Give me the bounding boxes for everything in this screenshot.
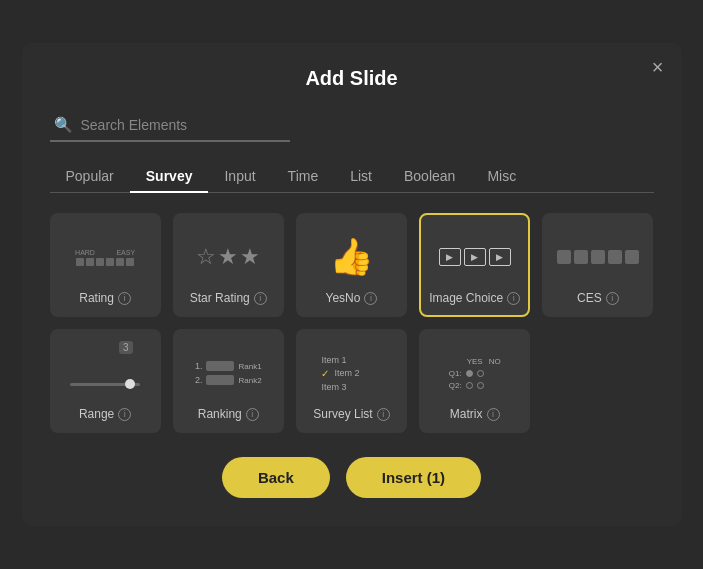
card-ces[interactable]: CES i bbox=[542, 213, 653, 317]
card-ranking[interactable]: 1. Rank1 2. Rank2 Ranking i bbox=[173, 329, 284, 433]
matrix-info-icon[interactable]: i bbox=[487, 408, 500, 421]
close-button[interactable]: × bbox=[652, 57, 664, 77]
card-star-rating[interactable]: ☆ ★ ★ Star Rating i bbox=[173, 213, 284, 317]
ranking-info-icon[interactable]: i bbox=[246, 408, 259, 421]
tabs-bar: Popular Survey Input Time List Boolean M… bbox=[50, 160, 654, 193]
range-icon: 3 bbox=[70, 347, 140, 399]
card-rating[interactable]: HARDEASY Rating i bbox=[50, 213, 161, 317]
modal-overlay: Add Slide × 🔍 Popular Survey Input Time … bbox=[0, 0, 703, 569]
image-choice-info-icon[interactable]: i bbox=[507, 292, 520, 305]
image-choice-label: Image Choice i bbox=[429, 291, 520, 305]
yesno-icon: 👍 bbox=[329, 231, 374, 283]
survey-list-info-icon[interactable]: i bbox=[377, 408, 390, 421]
card-survey-list[interactable]: Item 1 ✓Item 2 Item 3 Survey List i bbox=[296, 329, 407, 433]
yesno-label: YesNo i bbox=[326, 291, 378, 305]
rating-info-icon[interactable]: i bbox=[118, 292, 131, 305]
search-icon: 🔍 bbox=[54, 116, 73, 134]
insert-button[interactable]: Insert (1) bbox=[346, 457, 481, 498]
footer: Back Insert (1) bbox=[50, 457, 654, 498]
ranking-icon: 1. Rank1 2. Rank2 bbox=[195, 347, 262, 399]
survey-list-label: Survey List i bbox=[313, 407, 389, 421]
tab-misc[interactable]: Misc bbox=[471, 160, 532, 192]
tab-list[interactable]: List bbox=[334, 160, 388, 192]
yesno-info-icon[interactable]: i bbox=[364, 292, 377, 305]
card-range[interactable]: 3 Range i bbox=[50, 329, 161, 433]
rating-label: Rating i bbox=[79, 291, 131, 305]
ranking-label: Ranking i bbox=[198, 407, 259, 421]
rating-icon: HARDEASY bbox=[75, 231, 135, 283]
image-choice-icon: ▶ ▶ ▶ bbox=[439, 231, 511, 283]
card-matrix[interactable]: YES NO Q1: Q2: bbox=[419, 329, 530, 433]
cards-grid: HARDEASY Rating i bbox=[50, 213, 654, 433]
tab-input[interactable]: Input bbox=[208, 160, 271, 192]
search-input[interactable] bbox=[81, 117, 261, 133]
ces-info-icon[interactable]: i bbox=[606, 292, 619, 305]
matrix-icon: YES NO Q1: Q2: bbox=[449, 347, 501, 399]
star-rating-info-icon[interactable]: i bbox=[254, 292, 267, 305]
tab-boolean[interactable]: Boolean bbox=[388, 160, 471, 192]
tab-popular[interactable]: Popular bbox=[50, 160, 130, 192]
modal-title: Add Slide bbox=[50, 67, 654, 90]
range-label: Range i bbox=[79, 407, 131, 421]
back-button[interactable]: Back bbox=[222, 457, 330, 498]
tab-time[interactable]: Time bbox=[272, 160, 335, 192]
matrix-label: Matrix i bbox=[450, 407, 500, 421]
survey-list-icon: Item 1 ✓Item 2 Item 3 bbox=[321, 347, 381, 399]
range-info-icon[interactable]: i bbox=[118, 408, 131, 421]
card-image-choice[interactable]: ▶ ▶ ▶ Image Choice i bbox=[419, 213, 530, 317]
modal-container: Add Slide × 🔍 Popular Survey Input Time … bbox=[22, 43, 682, 526]
ces-label: CES i bbox=[577, 291, 619, 305]
card-yesno[interactable]: 👍 YesNo i bbox=[296, 213, 407, 317]
ces-icon bbox=[557, 231, 639, 283]
star-rating-icon: ☆ ★ ★ bbox=[196, 231, 260, 283]
tab-survey[interactable]: Survey bbox=[130, 160, 209, 192]
search-bar: 🔍 bbox=[50, 110, 290, 142]
star-rating-label: Star Rating i bbox=[190, 291, 267, 305]
